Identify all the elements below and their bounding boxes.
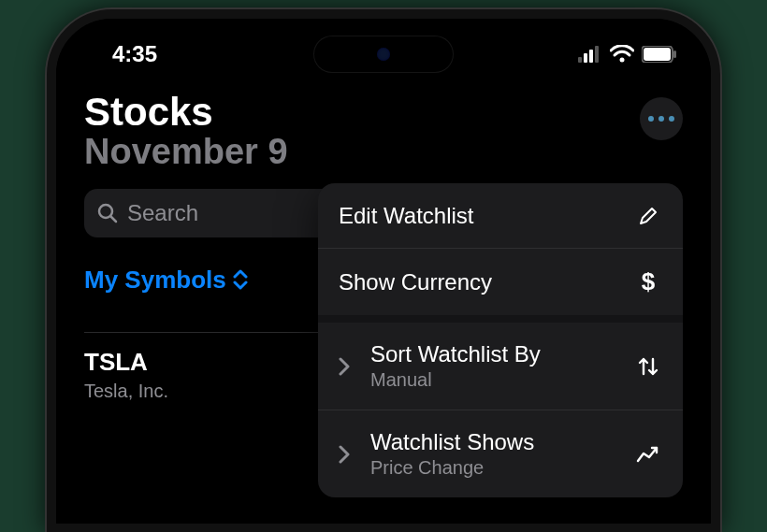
svg-rect-7 (673, 50, 676, 58)
more-button[interactable] (640, 97, 683, 140)
device-frame: 4:35 (47, 9, 720, 532)
menu-item-show-currency[interactable]: Show Currency $ (318, 249, 683, 323)
header: Stocks November 9 (84, 92, 683, 172)
menu-item-watchlist-shows[interactable]: Watchlist Shows Price Change (318, 410, 683, 497)
context-menu: Edit Watchlist Show Currency $ Sort Watc… (318, 183, 683, 497)
screen: 4:35 (56, 19, 711, 524)
menu-item-label: Watchlist Shows (370, 429, 534, 455)
camera-dot (377, 48, 390, 61)
menu-item-value: Price Change (370, 457, 534, 479)
menu-item-edit-watchlist[interactable]: Edit Watchlist (318, 183, 683, 249)
menu-item-sort-watchlist[interactable]: Sort Watchlist By Manual (318, 323, 683, 410)
search-icon (97, 203, 118, 223)
watchlist-picker-label: My Symbols (84, 266, 226, 295)
svg-rect-3 (595, 46, 599, 63)
svg-point-4 (620, 58, 625, 63)
menu-item-label: Edit Watchlist (339, 203, 473, 229)
menu-item-value: Manual (370, 369, 541, 391)
status-icons (578, 45, 683, 64)
wifi-icon (610, 45, 634, 64)
chevron-updown-icon (232, 269, 249, 290)
svg-rect-2 (589, 50, 593, 63)
pencil-icon (634, 206, 662, 226)
svg-line-9 (111, 216, 117, 222)
status-time: 4:35 (84, 41, 157, 67)
chart-line-icon (634, 444, 662, 465)
page-title: Stocks (84, 92, 683, 133)
page-date: November 9 (84, 133, 683, 172)
dollar-icon: $ (634, 267, 662, 296)
svg-rect-6 (644, 48, 671, 61)
cellular-icon (578, 46, 602, 63)
chevron-right-icon (339, 445, 363, 464)
dynamic-island (313, 36, 454, 73)
menu-item-label: Show Currency (339, 269, 492, 295)
svg-rect-1 (584, 53, 587, 63)
svg-rect-0 (578, 57, 582, 63)
sort-arrows-icon (634, 355, 662, 378)
search-placeholder: Search (127, 200, 198, 226)
menu-item-label: Sort Watchlist By (370, 341, 541, 367)
chevron-right-icon (339, 357, 363, 376)
battery-icon (642, 46, 677, 63)
